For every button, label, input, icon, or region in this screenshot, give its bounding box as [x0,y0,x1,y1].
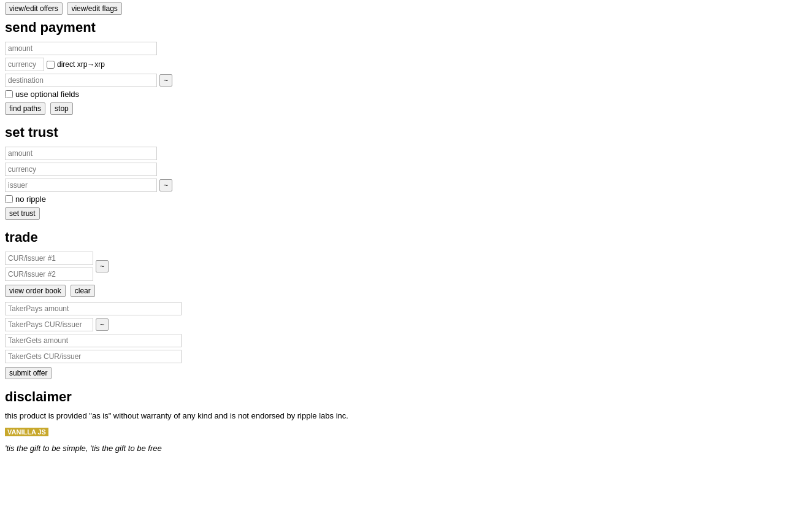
disclaimer-section: disclaimer this product is provided "as … [5,389,807,453]
trust-issuer-input[interactable] [5,179,157,192]
stop-button[interactable]: stop [50,102,73,115]
find-paths-button[interactable]: find paths [5,102,45,115]
use-optional-fields-label: use optional fields [15,90,79,99]
vanilla-badge-container: VANILLA JS [5,424,807,440]
taker-gets-cur-issuer-input[interactable] [5,350,182,363]
cur-issuer-tilde-button[interactable]: ~ [96,260,109,272]
taker-pays-amount-row [5,302,807,315]
trade-section: trade ~ view order book clear ~ submit o… [5,229,807,379]
taker-pays-cur-issuer-input[interactable] [5,318,93,331]
disclaimer-text: this product is provided "as is" without… [5,411,807,420]
submit-offer-row: submit offer [5,367,807,379]
direct-xrp-label: direct xrp→xrp [47,60,105,69]
set-trust-section: set trust ~ no ripple set trust [5,125,807,220]
destination-row: ~ [5,74,807,87]
cur-issuer-1-input[interactable] [5,252,93,265]
vanilla-badge: VANILLA JS [5,428,48,436]
send-payment-section: send payment direct xrp→xrp ~ use option… [5,20,807,115]
destination-input[interactable] [5,74,157,87]
submit-offer-button[interactable]: submit offer [5,367,52,379]
set-trust-buttons: set trust [5,207,807,220]
amount-input[interactable] [5,42,157,55]
top-buttons-container: view/edit offers view/edit flags [5,2,807,15]
taker-gets-cur-row [5,350,807,363]
taker-gets-amount-input[interactable] [5,334,182,347]
destination-tilde-button[interactable]: ~ [159,74,172,87]
disclaimer-title: disclaimer [5,389,807,405]
send-payment-buttons: find paths stop [5,102,807,115]
order-book-buttons: view order book clear [5,285,807,297]
no-ripple-checkbox[interactable] [5,195,13,203]
trust-currency-row [5,163,807,176]
currency-input[interactable] [5,58,44,71]
set-trust-button[interactable]: set trust [5,207,40,220]
view-order-book-button[interactable]: view order book [5,285,66,297]
currency-direct-row: direct xrp→xrp [5,58,807,71]
send-payment-title: send payment [5,20,807,36]
no-ripple-row: no ripple [5,195,807,204]
view-edit-offers-button[interactable]: view/edit offers [5,2,63,15]
amount-row [5,42,807,55]
view-edit-flags-button[interactable]: view/edit flags [67,2,121,15]
trust-issuer-row: ~ [5,179,807,192]
direct-xrp-text: direct xrp→xrp [57,60,105,69]
direct-xrp-checkbox[interactable] [47,61,55,69]
use-optional-fields-checkbox[interactable] [5,90,13,98]
taker-pays-tilde-button[interactable]: ~ [96,318,109,331]
taker-pays-cur-row: ~ [5,318,807,331]
optional-fields-row: use optional fields [5,90,807,99]
trade-title: trade [5,229,807,245]
taker-gets-amount-row [5,334,807,347]
trust-currency-input[interactable] [5,163,157,176]
set-trust-title: set trust [5,125,807,141]
offer-fields: ~ [5,302,807,363]
taker-pays-amount-input[interactable] [5,302,182,315]
cur-issuer-row: ~ [5,252,807,281]
cur-issuer-2-input[interactable] [5,268,93,281]
issuer-tilde-button[interactable]: ~ [159,179,172,191]
no-ripple-label: no ripple [15,195,46,204]
trust-amount-row [5,147,807,160]
clear-button[interactable]: clear [71,285,95,297]
tagline: 'tis the gift to be simple, 'tis the gif… [5,444,807,453]
trust-amount-input[interactable] [5,147,157,160]
